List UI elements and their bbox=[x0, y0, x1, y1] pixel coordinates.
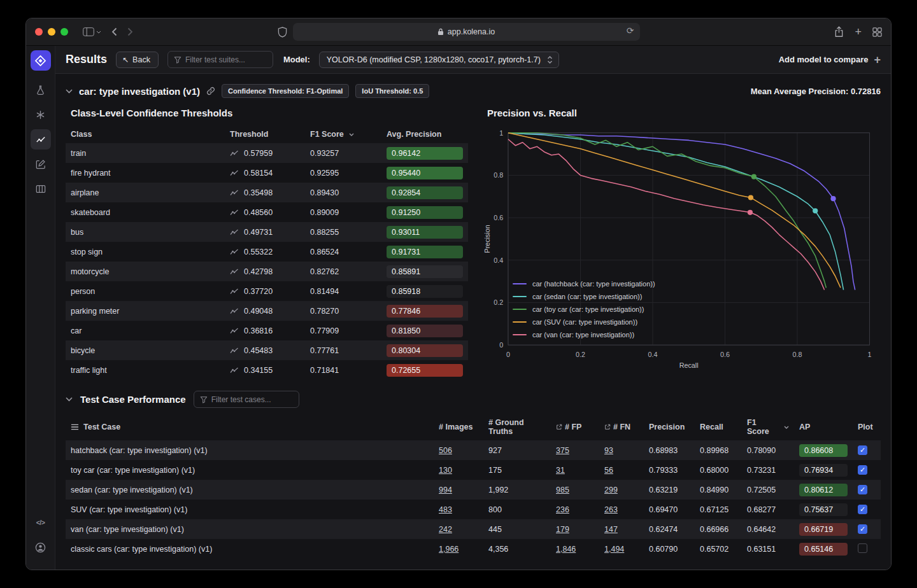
images-link[interactable]: 483 bbox=[439, 505, 452, 514]
threshold-row[interactable]: bus0.497310.882550.93011 bbox=[66, 222, 468, 242]
col-plot[interactable]: Plot bbox=[853, 414, 881, 440]
address-bar[interactable]: app.kolena.io ⟳ bbox=[293, 23, 640, 41]
plot-checkbox[interactable] bbox=[858, 543, 867, 553]
col-ap[interactable]: AP bbox=[794, 414, 853, 440]
fp-link[interactable]: 31 bbox=[556, 466, 565, 475]
threshold-row[interactable]: train0.579590.932570.96142 bbox=[66, 143, 468, 163]
test-case-row[interactable]: van (car: type investigation) (v1)242445… bbox=[66, 519, 881, 539]
legend-item[interactable]: car (van (car: type investigation)) bbox=[513, 331, 655, 339]
threshold-row[interactable]: person0.377200.814940.85918 bbox=[66, 281, 468, 301]
images-link[interactable]: 130 bbox=[439, 466, 452, 475]
fn-link[interactable]: 93 bbox=[604, 446, 613, 455]
images-link[interactable]: 506 bbox=[439, 446, 452, 455]
fn-link[interactable]: 147 bbox=[604, 525, 618, 534]
images-link[interactable]: 242 bbox=[439, 525, 452, 534]
tab-overview-icon[interactable] bbox=[872, 27, 882, 37]
threshold-chart-icon[interactable] bbox=[230, 209, 239, 216]
minimize-window-button[interactable] bbox=[48, 28, 55, 36]
images-link[interactable]: 1,966 bbox=[439, 545, 458, 554]
filter-test-cases-field[interactable] bbox=[211, 395, 293, 404]
fp-link[interactable]: 179 bbox=[556, 525, 569, 534]
share-icon[interactable] bbox=[834, 26, 844, 38]
sidebar-item-developer[interactable]: </> bbox=[31, 512, 51, 533]
new-tab-icon[interactable]: + bbox=[855, 26, 862, 38]
fp-link[interactable]: 985 bbox=[556, 486, 569, 494]
sidebar-item-experiments[interactable] bbox=[31, 104, 51, 125]
col-class[interactable]: Class bbox=[66, 125, 225, 143]
col-num-fn[interactable]: # FN bbox=[599, 414, 644, 440]
close-window-button[interactable] bbox=[35, 28, 43, 36]
fp-link[interactable]: 236 bbox=[556, 505, 569, 514]
reload-icon[interactable]: ⟳ bbox=[627, 25, 634, 36]
test-case-row[interactable]: SUV (car: type investigation) (v1)483800… bbox=[66, 500, 881, 519]
plot-checkbox[interactable]: ✓ bbox=[858, 465, 867, 475]
threshold-chart-icon[interactable] bbox=[230, 347, 239, 354]
legend-item[interactable]: car (sedan (car: type investigation)) bbox=[513, 293, 655, 300]
column-menu-icon[interactable] bbox=[71, 424, 79, 430]
fn-link[interactable]: 299 bbox=[604, 486, 618, 494]
test-case-row[interactable]: classic cars (car: type investigation) (… bbox=[66, 539, 881, 559]
threshold-chart-icon[interactable] bbox=[230, 189, 239, 197]
sidebar-item-account[interactable] bbox=[31, 537, 51, 557]
threshold-row[interactable]: fire hydrant0.581540.925950.95440 bbox=[66, 163, 468, 183]
plot-checkbox[interactable]: ✓ bbox=[858, 485, 867, 494]
col-num-fp[interactable]: # FP bbox=[551, 414, 599, 440]
back-button[interactable]: ↖ Back bbox=[116, 52, 159, 68]
link-icon[interactable] bbox=[206, 87, 215, 95]
fn-link[interactable]: 1,494 bbox=[604, 545, 624, 554]
threshold-chart-icon[interactable] bbox=[230, 288, 239, 295]
legend-item[interactable]: car (toy car (car: type investigation)) bbox=[513, 305, 655, 313]
threshold-row[interactable]: skateboard0.485600.890090.91250 bbox=[66, 202, 468, 222]
threshold-row[interactable]: stop sign0.553220.865240.91731 bbox=[66, 242, 468, 262]
col-num-ground-truths[interactable]: # Ground Truths bbox=[483, 414, 551, 440]
threshold-row[interactable]: airplane0.354980.894300.92854 bbox=[66, 183, 468, 202]
fp-link[interactable]: 375 bbox=[556, 446, 569, 455]
filter-test-cases-input[interactable] bbox=[194, 391, 299, 408]
threshold-chart-icon[interactable] bbox=[230, 248, 239, 256]
plot-checkbox[interactable]: ✓ bbox=[858, 524, 867, 534]
col-f1[interactable]: F1 Score bbox=[305, 125, 381, 143]
browser-back-button[interactable] bbox=[110, 26, 119, 38]
plot-checkbox[interactable]: ✓ bbox=[858, 445, 867, 455]
threshold-chart-icon[interactable] bbox=[230, 228, 239, 236]
filter-test-suites-input[interactable] bbox=[167, 51, 273, 68]
fn-link[interactable]: 56 bbox=[604, 466, 613, 475]
threshold-chart-icon[interactable] bbox=[230, 150, 239, 157]
model-select[interactable]: YOLOR-D6 (modified CSP, 1280x1280, coco1… bbox=[319, 52, 559, 68]
browser-forward-button[interactable] bbox=[125, 26, 135, 38]
col-test-case[interactable]: Test Case bbox=[66, 414, 434, 440]
threshold-row[interactable]: motorcycle0.427980.827620.85891 bbox=[66, 262, 468, 281]
threshold-chart-icon[interactable] bbox=[230, 169, 239, 177]
sidebar-item-annotations[interactable] bbox=[31, 154, 51, 174]
collapse-chevron-icon[interactable] bbox=[66, 397, 73, 402]
kolena-logo[interactable] bbox=[31, 50, 51, 71]
plot-checkbox[interactable]: ✓ bbox=[858, 505, 867, 514]
col-threshold[interactable]: Threshold bbox=[225, 125, 305, 143]
filter-test-suites-field[interactable] bbox=[185, 55, 267, 64]
col-avg-precision[interactable]: Avg. Precision bbox=[381, 125, 468, 143]
collapse-chevron-icon[interactable] bbox=[66, 89, 73, 94]
test-case-row[interactable]: hatchback (car: type investigation) (v1)… bbox=[66, 440, 881, 460]
col-precision[interactable]: Precision bbox=[644, 414, 695, 440]
threshold-row[interactable]: car0.368160.779090.81850 bbox=[66, 321, 468, 340]
fn-link[interactable]: 263 bbox=[604, 505, 618, 514]
images-link[interactable]: 994 bbox=[439, 486, 452, 494]
threshold-row[interactable]: traffic light0.341550.718410.72655 bbox=[66, 360, 468, 380]
legend-item[interactable]: car (SUV (car: type investigation)) bbox=[513, 318, 655, 326]
threshold-chart-icon[interactable] bbox=[230, 268, 239, 276]
threshold-chart-icon[interactable] bbox=[230, 367, 239, 374]
col-num-images[interactable]: # Images bbox=[434, 414, 483, 440]
threshold-row[interactable]: parking meter0.490480.782700.77846 bbox=[66, 301, 468, 321]
sidebar-item-datasets[interactable] bbox=[31, 179, 51, 199]
sidebar-toggle-button[interactable] bbox=[81, 26, 103, 38]
add-model-to-compare-button[interactable]: Add model to compare + bbox=[779, 54, 881, 66]
test-case-row[interactable]: toy car (car: type investigation) (v1)13… bbox=[66, 460, 881, 480]
privacy-shield-icon[interactable] bbox=[278, 27, 287, 38]
col-f1-score[interactable]: F1 Score bbox=[742, 414, 794, 440]
threshold-chart-icon[interactable] bbox=[230, 307, 239, 315]
threshold-chart-icon[interactable] bbox=[230, 327, 239, 335]
sidebar-item-test-suites[interactable] bbox=[31, 80, 51, 100]
fp-link[interactable]: 1,846 bbox=[556, 545, 576, 554]
sidebar-item-results[interactable] bbox=[31, 129, 51, 150]
legend-item[interactable]: car (hatchback (car: type investigation)… bbox=[513, 280, 655, 288]
